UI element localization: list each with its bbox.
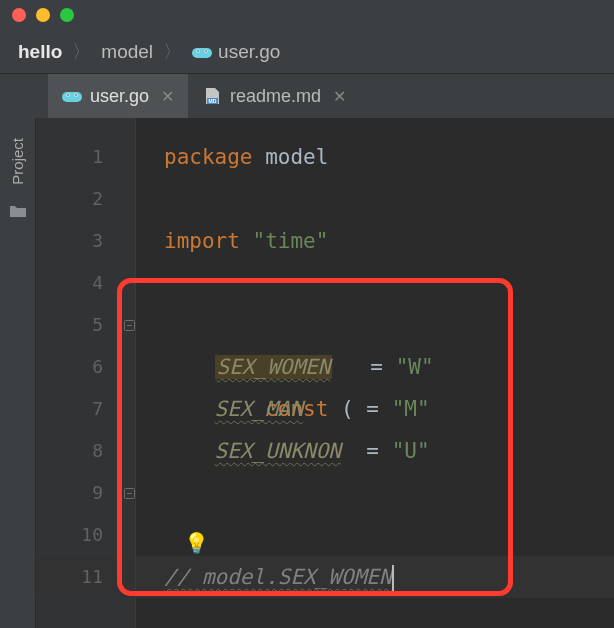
line-number: 9 xyxy=(36,472,135,514)
window-zoom-icon[interactable] xyxy=(60,8,74,22)
chevron-right-icon: 〉 xyxy=(72,39,91,65)
breadcrumb-root[interactable]: hello xyxy=(18,41,62,63)
window-minimize-icon[interactable] xyxy=(36,8,50,22)
close-icon[interactable]: ✕ xyxy=(333,87,346,106)
tab-label: user.go xyxy=(90,86,149,107)
toolwindow-bar: Project xyxy=(0,118,36,628)
window-close-icon[interactable] xyxy=(12,8,26,22)
svg-point-9 xyxy=(75,94,77,96)
tab-label: readme.md xyxy=(230,86,321,107)
chevron-right-icon: 〉 xyxy=(163,39,182,65)
line-number: 10 xyxy=(36,514,135,556)
string-literal: "M" xyxy=(392,397,430,421)
markdown-file-icon: MD xyxy=(202,87,222,105)
code-editor[interactable]: 1 2 3 4 5 6 7 8 9 10 11 package model im… xyxy=(36,118,614,628)
string-literal: "U" xyxy=(392,439,430,463)
operator: = xyxy=(366,397,379,421)
editor-area: Project 1 2 3 4 5 6 7 8 9 10 11 package … xyxy=(0,118,614,628)
svg-point-4 xyxy=(205,50,207,52)
line-number: 11 xyxy=(36,556,135,598)
operator: = xyxy=(366,439,379,463)
svg-rect-0 xyxy=(192,48,212,58)
string-literal: "W" xyxy=(396,355,434,379)
code-line[interactable]: // model.SEX_WOMEN xyxy=(136,556,614,598)
text-caret-icon xyxy=(392,565,394,591)
line-gutter: 1 2 3 4 5 6 7 8 9 10 11 xyxy=(36,118,136,628)
identifier: SEX_UNKNON xyxy=(215,439,341,463)
string-literal: "time" xyxy=(253,229,329,253)
keyword: package xyxy=(164,145,253,169)
svg-rect-5 xyxy=(62,92,82,102)
fold-toggle-icon[interactable] xyxy=(123,487,135,499)
line-number: 3 xyxy=(36,220,135,262)
line-number: 7 xyxy=(36,388,135,430)
code-line[interactable]: SEX_WOMEN = "W" xyxy=(136,346,614,388)
tab-readme-md[interactable]: MD readme.md ✕ xyxy=(188,74,360,118)
window-titlebar xyxy=(0,0,614,30)
breadcrumb-file-label: user.go xyxy=(218,41,280,63)
line-number: 6 xyxy=(36,346,135,388)
svg-point-3 xyxy=(197,50,199,52)
code-line[interactable]: SEX_UNKNON = "U" xyxy=(136,430,614,472)
code-line[interactable] xyxy=(136,262,614,304)
fold-toggle-icon[interactable] xyxy=(123,319,135,331)
breadcrumb: hello 〉 model 〉 user.go xyxy=(0,30,614,74)
keyword: import xyxy=(164,229,240,253)
go-file-icon xyxy=(62,88,82,104)
code-line[interactable] xyxy=(136,178,614,220)
intention-bulb-icon[interactable]: 💡 xyxy=(184,531,209,555)
line-number: 2 xyxy=(36,178,135,220)
go-file-icon xyxy=(192,44,212,60)
line-number: 5 xyxy=(36,304,135,346)
svg-point-8 xyxy=(67,94,69,96)
code-line[interactable]: import "time" xyxy=(136,220,614,262)
code-line[interactable]: const ( xyxy=(136,304,614,346)
operator: = xyxy=(370,355,383,379)
line-number: 8 xyxy=(36,430,135,472)
editor-tabs: user.go ✕ MD readme.md ✕ xyxy=(0,74,614,118)
code-line[interactable]: ) xyxy=(136,472,614,514)
code-line[interactable]: package model xyxy=(136,136,614,178)
line-number: 1 xyxy=(36,136,135,178)
line-number: 4 xyxy=(36,262,135,304)
comment: // model.SEX_WOMEN xyxy=(164,565,392,589)
identifier: model xyxy=(265,145,328,169)
breadcrumb-folder[interactable]: model xyxy=(101,41,153,63)
folder-icon[interactable] xyxy=(9,203,27,222)
identifier: SEX_WOMEN xyxy=(215,355,333,379)
identifier: SEX_MAN xyxy=(215,397,304,421)
tab-user-go[interactable]: user.go ✕ xyxy=(48,74,188,118)
code-line[interactable]: SEX_MAN = "M" xyxy=(136,388,614,430)
toolwindow-project[interactable]: Project xyxy=(9,138,26,185)
close-icon[interactable]: ✕ xyxy=(161,87,174,106)
code-content[interactable]: package model import "time" const ( SEX_… xyxy=(136,118,614,598)
svg-text:MD: MD xyxy=(209,98,217,104)
breadcrumb-file[interactable]: user.go xyxy=(192,41,280,63)
